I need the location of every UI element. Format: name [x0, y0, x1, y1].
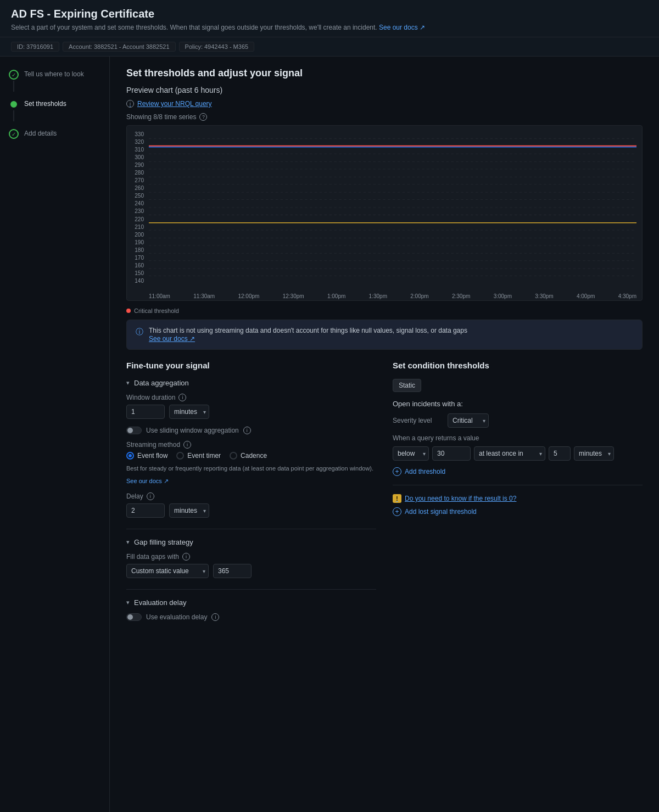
page-title: AD FS - Expiring Certificate	[11, 8, 648, 20]
streaming-method-field: Streaming method i Event flow Event time…	[126, 441, 376, 485]
info-banner: ⓘ This chart is not using streaming data…	[126, 320, 643, 350]
fine-tune-section: Fine-tune your signal ▾ Data aggregation…	[126, 361, 376, 632]
step-icon-set-thresholds	[10, 101, 17, 108]
plus-circle-lost-signal-icon: +	[393, 507, 401, 516]
step-icon-tell-us: ✓	[9, 70, 19, 80]
fill-data-gaps-field: Fill data gaps with i Custom static valu…	[126, 553, 376, 578]
plus-circle-add-threshold-icon: +	[393, 467, 401, 476]
zero-result-row[interactable]: ! Do you need to know if the result is 0…	[393, 494, 643, 503]
info-icon-nrql: i	[126, 100, 134, 108]
threshold-window-input[interactable]	[549, 446, 571, 461]
page-subtitle: Select a part of your system and set som…	[11, 24, 648, 31]
chevron-down-icon: ▾	[126, 379, 130, 387]
minutes-select[interactable]: minutes hours	[574, 446, 614, 461]
radio-event-timer[interactable]: Event timer	[176, 452, 221, 460]
top-header: AD FS - Expiring Certificate Select a pa…	[0, 0, 659, 37]
breadcrumb-bar: ID: 37916091 Account: 3882521 - Account …	[0, 37, 659, 57]
open-incidents-label: Open incidents with a:	[393, 400, 643, 408]
sidebar-step-add-details[interactable]: ✓ Add details	[9, 127, 100, 141]
severity-select[interactable]: Critical Warning	[448, 413, 489, 428]
preview-chart-title: Preview chart (past 6 hours)	[126, 86, 643, 94]
streaming-method-info-icon[interactable]: i	[183, 441, 191, 449]
data-aggregation-header[interactable]: ▾ Data aggregation	[126, 379, 376, 387]
below-select[interactable]: below above equals	[393, 446, 429, 461]
sidebar: ✓ Tell us where to look Set thresholds ✓…	[0, 57, 110, 812]
streaming-method-docs-link[interactable]: See our docs ↗	[126, 478, 169, 484]
fill-type-wrapper: Custom static value None Last known valu…	[126, 564, 209, 578]
breadcrumb-id: ID: 37916091	[11, 42, 59, 52]
content-area: Set thresholds and adjust your signal Pr…	[110, 57, 659, 812]
add-threshold-button[interactable]: + Add threshold	[393, 467, 445, 476]
evaluation-delay-section: ▾ Evaluation delay Use evaluation delay …	[126, 598, 376, 621]
chevron-down-eval-icon: ▾	[126, 599, 130, 606]
fine-tune-title: Fine-tune your signal	[126, 361, 376, 370]
step-icon-add-details: ✓	[9, 129, 19, 139]
gap-filling-header[interactable]: ▾ Gap filling strategy	[126, 538, 376, 546]
chart-y-axis: 330320310300290 280270260250240 23022021…	[127, 131, 146, 284]
critical-legend-label: Critical threshold	[134, 307, 179, 314]
below-select-wrapper: below above equals	[393, 446, 429, 461]
streaming-method-description: Best for steady or frequently reporting …	[126, 464, 376, 473]
info-banner-text: This chart is not using streaming data a…	[149, 327, 467, 334]
fill-type-select[interactable]: Custom static value None Last known valu…	[126, 564, 209, 578]
critical-legend-dot	[126, 309, 131, 313]
breadcrumb-policy: Policy: 4942443 - M365	[179, 42, 255, 52]
at-least-select-wrapper: at least once in at least twice in	[474, 446, 545, 461]
main-section-title: Set thresholds and adjust your signal	[126, 68, 643, 79]
condition-thresholds-title: Set condition thresholds	[393, 361, 643, 370]
docs-link-header[interactable]: See our docs ↗	[379, 24, 425, 31]
info-banner-docs-link[interactable]: See our docs ↗	[149, 335, 195, 343]
chevron-down-gap-icon: ▾	[126, 539, 130, 546]
static-badge: Static	[393, 379, 421, 392]
warning-icon: !	[393, 494, 401, 503]
data-aggregation-section: ▾ Data aggregation Window duration i	[126, 379, 376, 518]
breadcrumb-account: Account: 3882521 - Account 3882521	[63, 42, 175, 52]
sidebar-step-tell-us[interactable]: ✓ Tell us where to look	[9, 68, 100, 95]
nrql-link[interactable]: i Review your NRQL query	[126, 100, 643, 108]
chart-container: 330320310300290 280270260250240 23022021…	[126, 125, 643, 301]
delay-info-icon[interactable]: i	[147, 492, 154, 500]
condition-thresholds-section: Set condition thresholds Static Open inc…	[393, 361, 643, 632]
window-duration-unit-select[interactable]: minutes hours	[169, 405, 209, 419]
add-lost-signal-button[interactable]: + Add lost signal threshold	[393, 507, 643, 516]
info-banner-icon: ⓘ	[136, 327, 143, 337]
delay-unit-wrapper: minutes hours	[169, 503, 209, 518]
sidebar-step-set-thresholds[interactable]: Set thresholds	[9, 97, 100, 125]
step-label-add-details: Add details	[24, 129, 57, 137]
chart-plot-area	[149, 131, 636, 284]
severity-label: Severity level	[393, 417, 442, 424]
threshold-inputs-row: below above equals at least once in at l…	[393, 446, 643, 461]
sliding-window-toggle[interactable]	[126, 427, 142, 434]
query-returns-label: When a query returns a value	[393, 434, 643, 442]
delay-input[interactable]	[126, 503, 165, 518]
time-series-info-icon[interactable]: ?	[199, 113, 207, 121]
time-series-label: Showing 8/8 time series ?	[126, 113, 643, 121]
eval-delay-toggle[interactable]	[126, 613, 142, 621]
step-label-tell-us: Tell us where to look	[24, 70, 84, 78]
delay-field: Delay i minutes hours	[126, 492, 376, 518]
eval-delay-info-icon[interactable]: i	[211, 613, 219, 621]
sliding-window-info-icon[interactable]: i	[243, 427, 251, 434]
delay-unit-select[interactable]: minutes hours	[169, 503, 209, 518]
chart-legend: Critical threshold	[126, 307, 643, 314]
window-duration-unit-wrapper: minutes hours	[169, 405, 209, 419]
step-label-set-thresholds: Set thresholds	[24, 99, 66, 108]
eval-delay-toggle-row: Use evaluation delay i	[126, 613, 376, 621]
gap-filling-section: ▾ Gap filling strategy Fill data gaps wi…	[126, 538, 376, 578]
radio-cadence[interactable]: Cadence	[230, 452, 267, 460]
severity-row: Severity level Critical Warning	[393, 413, 643, 428]
sliding-window-toggle-row: Use sliding window aggregation i	[126, 427, 376, 434]
chart-x-axis: 11:00am11:30am12:00pm12:30pm 1:00pm1:30p…	[149, 293, 636, 299]
window-duration-input[interactable]	[126, 405, 165, 419]
minutes-select-wrapper: minutes hours	[574, 446, 614, 461]
evaluation-delay-header[interactable]: ▾ Evaluation delay	[126, 598, 376, 607]
fill-value-input[interactable]	[213, 564, 252, 578]
fill-data-info-icon[interactable]: i	[182, 553, 190, 561]
at-least-select[interactable]: at least once in at least twice in	[474, 446, 545, 461]
threshold-value-input[interactable]	[432, 446, 471, 461]
window-duration-field: Window duration i minutes hours	[126, 394, 376, 419]
window-duration-info-icon[interactable]: i	[178, 394, 186, 401]
radio-event-flow[interactable]: Event flow	[126, 452, 167, 460]
chart-svg	[149, 131, 636, 284]
severity-select-wrapper: Critical Warning	[448, 413, 489, 428]
